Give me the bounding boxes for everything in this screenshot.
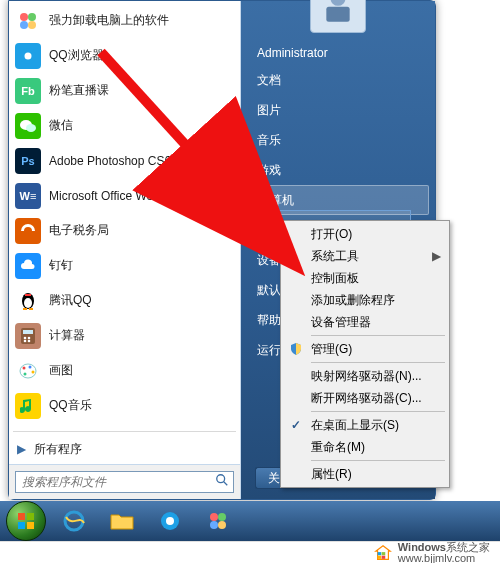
svg-point-27 bbox=[331, 0, 346, 6]
taskbar-ie[interactable] bbox=[52, 504, 96, 538]
program-item[interactable]: 画图 bbox=[9, 353, 240, 388]
all-programs-button[interactable]: ▶ 所有程序 bbox=[9, 434, 240, 464]
svg-point-2 bbox=[20, 21, 28, 29]
context-menu: 打开(O)▶系统工具控制面板添加或删除程序设备管理器管理(G)映射网络驱动器(N… bbox=[280, 220, 450, 488]
context-menu-item[interactable]: 重命名(M) bbox=[283, 436, 447, 458]
program-label: 画图 bbox=[49, 362, 73, 379]
taskbar-app[interactable] bbox=[196, 504, 240, 538]
program-item[interactable]: PsAdobe Photoshop CS6 bbox=[9, 143, 240, 178]
search-icon[interactable] bbox=[211, 473, 233, 491]
qqb-icon bbox=[159, 510, 181, 532]
program-label: 粉笔直播课 bbox=[49, 82, 109, 99]
program-label: Adobe Photoshop CS6 bbox=[49, 154, 171, 168]
right-panel-item[interactable]: 文档 bbox=[247, 65, 429, 95]
svg-rect-42 bbox=[377, 552, 381, 555]
svg-point-17 bbox=[24, 339, 27, 342]
shield-icon bbox=[288, 341, 304, 357]
taskbar-explorer[interactable] bbox=[100, 504, 144, 538]
search-area bbox=[9, 464, 240, 499]
svg-point-38 bbox=[218, 513, 226, 521]
svg-rect-10 bbox=[23, 308, 27, 310]
menu-separator bbox=[311, 362, 445, 363]
menu-separator bbox=[311, 335, 445, 336]
right-item-label: 音乐 bbox=[257, 132, 281, 149]
context-menu-label: 管理(G) bbox=[311, 341, 352, 358]
taskbar bbox=[0, 501, 500, 541]
right-item-label: 图片 bbox=[257, 102, 281, 119]
watermark-footer: Windows系统之家 www.bjjmlv.com bbox=[0, 541, 500, 563]
program-label: 电子税务局 bbox=[49, 222, 109, 239]
program-label: QQ浏览器 bbox=[49, 47, 104, 64]
program-label: QQ音乐 bbox=[49, 397, 92, 414]
context-menu-label: 控制面板 bbox=[311, 270, 359, 287]
program-item[interactable]: 计算器 bbox=[9, 318, 240, 353]
svg-rect-12 bbox=[25, 294, 31, 296]
svg-point-9 bbox=[24, 298, 32, 308]
start-button[interactable] bbox=[4, 504, 48, 538]
windows-orb-icon bbox=[6, 501, 46, 541]
svg-point-1 bbox=[28, 13, 36, 21]
context-menu-item[interactable]: 添加或删除程序 bbox=[283, 289, 447, 311]
context-menu-item[interactable]: ▶系统工具 bbox=[283, 245, 447, 267]
context-menu-item[interactable]: 断开网络驱动器(C)... bbox=[283, 387, 447, 409]
svg-rect-33 bbox=[27, 522, 34, 529]
program-item[interactable]: Fb粉笔直播课 bbox=[9, 73, 240, 108]
svg-rect-31 bbox=[27, 513, 34, 520]
program-item[interactable]: W≡Microsoft Office Word 2007 bbox=[9, 178, 240, 213]
watermark-logo-icon bbox=[374, 544, 392, 562]
right-panel-item[interactable]: 图片 bbox=[247, 95, 429, 125]
all-programs-label: 所有程序 bbox=[34, 441, 82, 458]
program-item[interactable]: QQ音乐 bbox=[9, 388, 240, 423]
program-item[interactable]: 强力卸载电脑上的软件 bbox=[9, 3, 240, 38]
taskbar-qqb[interactable] bbox=[148, 504, 192, 538]
context-menu-item[interactable]: 管理(G) bbox=[283, 338, 447, 360]
svg-point-15 bbox=[24, 336, 27, 339]
program-item[interactable]: 电子税务局 bbox=[9, 213, 240, 248]
context-menu-label: 设备管理器 bbox=[311, 314, 371, 331]
svg-point-5 bbox=[25, 52, 32, 59]
avatar-icon bbox=[318, 0, 358, 25]
clover-icon bbox=[207, 510, 229, 532]
program-label: 腾讯QQ bbox=[49, 292, 92, 309]
context-menu-item[interactable]: 映射网络驱动器(N)... bbox=[283, 365, 447, 387]
context-menu-item[interactable]: 属性(R) bbox=[283, 463, 447, 485]
submenu-arrow-icon: ▶ bbox=[432, 249, 441, 263]
svg-point-18 bbox=[28, 339, 31, 342]
right-panel-item[interactable]: 游戏 bbox=[247, 155, 429, 185]
context-menu-item[interactable]: ✓在桌面上显示(S) bbox=[283, 414, 447, 436]
svg-point-36 bbox=[166, 517, 174, 525]
right-panel-item[interactable]: 音乐 bbox=[247, 125, 429, 155]
svg-point-39 bbox=[210, 521, 218, 529]
right-item-label: 文档 bbox=[257, 72, 281, 89]
user-name-label[interactable]: Administrator bbox=[247, 41, 429, 65]
program-item[interactable]: 微信 bbox=[9, 108, 240, 143]
right-item-label: 计算机 bbox=[258, 192, 294, 209]
svg-rect-45 bbox=[381, 555, 385, 558]
svg-point-24 bbox=[217, 475, 225, 483]
svg-point-21 bbox=[29, 365, 32, 368]
context-menu-item[interactable]: 打开(O) bbox=[283, 223, 447, 245]
svg-rect-11 bbox=[29, 308, 33, 310]
program-list: 强力卸载电脑上的软件QQ浏览器Fb粉笔直播课微信PsAdobe Photosho… bbox=[9, 1, 240, 429]
context-menu-label: 重命名(M) bbox=[311, 439, 365, 456]
svg-rect-26 bbox=[326, 7, 349, 22]
menu-separator bbox=[311, 460, 445, 461]
program-item[interactable]: 钉钉 bbox=[9, 248, 240, 283]
svg-point-23 bbox=[24, 372, 27, 375]
search-input[interactable] bbox=[16, 472, 211, 492]
folder-icon bbox=[110, 511, 134, 531]
context-menu-item[interactable]: 控制面板 bbox=[283, 267, 447, 289]
context-menu-label: 系统工具 bbox=[311, 248, 359, 265]
svg-point-16 bbox=[28, 336, 31, 339]
user-avatar[interactable] bbox=[310, 0, 366, 33]
svg-rect-44 bbox=[377, 555, 381, 558]
svg-point-40 bbox=[218, 521, 226, 529]
program-item[interactable]: QQ浏览器 bbox=[9, 38, 240, 73]
program-item[interactable]: 腾讯QQ bbox=[9, 283, 240, 318]
watermark-cn: 系统之家 bbox=[446, 541, 490, 553]
svg-rect-43 bbox=[381, 552, 385, 555]
program-label: Microsoft Office Word 2007 bbox=[49, 189, 194, 203]
right-item-label: 游戏 bbox=[257, 162, 281, 179]
context-menu-item[interactable]: 设备管理器 bbox=[283, 311, 447, 333]
program-label: 强力卸载电脑上的软件 bbox=[49, 12, 169, 29]
